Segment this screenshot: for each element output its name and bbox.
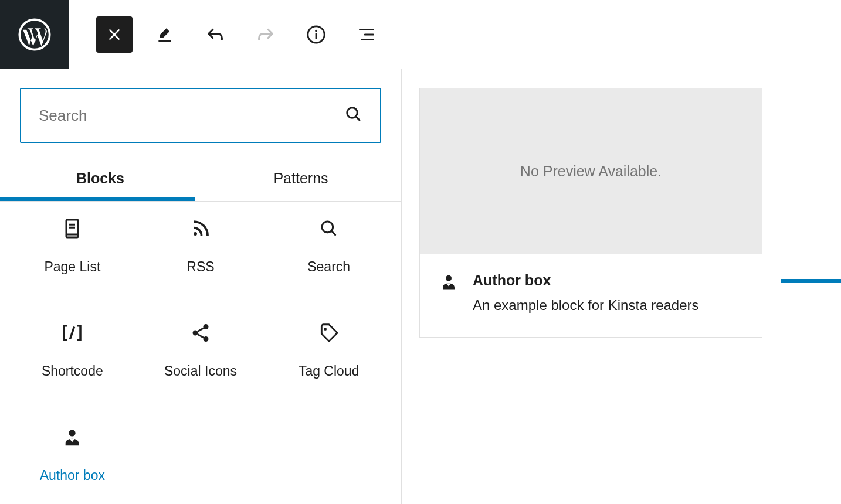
search-block-icon bbox=[320, 214, 338, 243]
canvas-selection-indicator bbox=[781, 279, 841, 283]
tab-patterns[interactable]: Patterns bbox=[201, 159, 401, 201]
svg-point-13 bbox=[446, 275, 452, 281]
search-field bbox=[20, 88, 381, 143]
svg-point-9 bbox=[192, 330, 198, 335]
share-icon bbox=[190, 319, 211, 347]
block-page-list[interactable]: Page List bbox=[8, 192, 137, 297]
block-search[interactable]: Search bbox=[264, 192, 393, 297]
inserter-tabs: Blocks Patterns bbox=[0, 159, 401, 202]
svg-point-11 bbox=[324, 328, 327, 331]
active-tab-indicator bbox=[0, 197, 195, 201]
block-label: Author box bbox=[40, 468, 105, 483]
block-label: Shortcode bbox=[42, 363, 103, 379]
block-author-box[interactable]: Author box bbox=[8, 401, 137, 504]
edit-button[interactable] bbox=[147, 16, 183, 53]
preview-card: No Preview Available. Author box An exam… bbox=[419, 88, 762, 338]
svg-point-10 bbox=[203, 336, 208, 342]
block-inserter-panel: Blocks Patterns Page List RSS bbox=[0, 69, 402, 504]
editor-toolbar bbox=[0, 0, 841, 69]
undo-button[interactable] bbox=[197, 16, 233, 53]
block-label: Search bbox=[307, 259, 350, 275]
redo-button[interactable] bbox=[247, 16, 284, 53]
svg-point-12 bbox=[69, 430, 76, 436]
block-label: RSS bbox=[186, 259, 214, 275]
preview-title: Author box bbox=[473, 272, 699, 289]
svg-point-2 bbox=[315, 29, 317, 32]
search-input[interactable] bbox=[39, 107, 345, 125]
tag-icon bbox=[318, 319, 340, 347]
block-preview-panel: No Preview Available. Author box An exam… bbox=[402, 69, 841, 504]
search-icon bbox=[345, 105, 362, 125]
svg-point-8 bbox=[203, 324, 208, 329]
svg-point-6 bbox=[194, 232, 197, 236]
preview-user-icon bbox=[440, 272, 457, 314]
block-social-icons[interactable]: Social Icons bbox=[137, 297, 265, 401]
blocks-grid: Page List RSS Search Shortcode bbox=[0, 192, 401, 504]
shortcode-icon bbox=[60, 319, 84, 347]
preview-placeholder: No Preview Available. bbox=[420, 88, 762, 254]
tab-blocks[interactable]: Blocks bbox=[0, 159, 201, 201]
rss-icon bbox=[190, 214, 211, 243]
svg-rect-3 bbox=[316, 33, 317, 39]
preview-description: An example block for Kinsta readers bbox=[473, 297, 699, 314]
outline-button[interactable] bbox=[348, 16, 385, 53]
block-label: Social Icons bbox=[164, 363, 237, 379]
close-inserter-button[interactable] bbox=[96, 16, 133, 53]
block-rss[interactable]: RSS bbox=[137, 192, 265, 297]
block-shortcode[interactable]: Shortcode bbox=[8, 297, 137, 401]
block-label: Page List bbox=[44, 259, 100, 275]
details-button[interactable] bbox=[298, 16, 334, 53]
block-tag-cloud[interactable]: Tag Cloud bbox=[264, 297, 393, 401]
wordpress-logo[interactable] bbox=[0, 0, 69, 69]
block-label: Tag Cloud bbox=[299, 363, 360, 379]
user-icon bbox=[62, 423, 82, 451]
page-list-icon bbox=[60, 214, 84, 243]
